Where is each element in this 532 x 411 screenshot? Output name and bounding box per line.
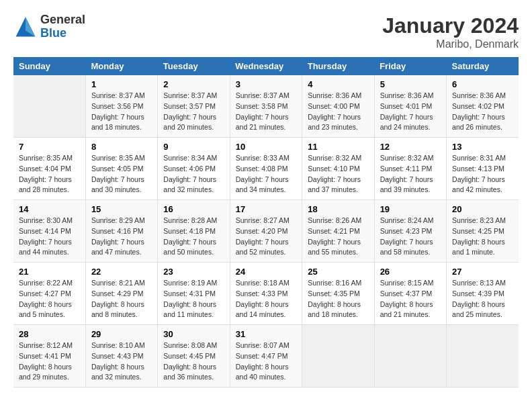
calendar-cell [374,325,446,387]
day-number: 20 [452,204,513,214]
cell-info: Sunrise: 8:15 AMSunset: 4:37 PMDaylight:… [380,278,441,320]
cell-info: Sunrise: 8:32 AMSunset: 4:10 PMDaylight:… [308,153,368,195]
header-day-tuesday: Tuesday [158,57,230,75]
cell-info: Sunrise: 8:27 AMSunset: 4:20 PMDaylight:… [236,216,296,258]
calendar-cell: 19Sunrise: 8:24 AMSunset: 4:23 PMDayligh… [374,200,446,263]
day-number: 2 [163,79,224,89]
cell-info: Sunrise: 8:07 AMSunset: 4:47 PMDaylight:… [236,340,296,383]
calendar-cell: 26Sunrise: 8:15 AMSunset: 4:37 PMDayligh… [374,263,446,325]
header-day-friday: Friday [374,57,446,75]
day-number: 17 [236,204,296,214]
day-number: 1 [91,79,152,89]
header-day-monday: Monday [85,57,157,75]
calendar-cell: 31Sunrise: 8:07 AMSunset: 4:47 PMDayligh… [230,325,302,387]
calendar-body: 1Sunrise: 8:37 AMSunset: 3:56 PMDaylight… [13,75,519,387]
calendar-cell: 13Sunrise: 8:31 AMSunset: 4:13 PMDayligh… [447,138,519,200]
day-number: 11 [308,142,368,152]
calendar-cell: 24Sunrise: 8:18 AMSunset: 4:33 PMDayligh… [230,263,302,325]
day-number: 31 [236,329,296,339]
week-row-2: 14Sunrise: 8:30 AMSunset: 4:14 PMDayligh… [13,200,519,263]
calendar-cell: 4Sunrise: 8:36 AMSunset: 4:00 PMDaylight… [302,75,374,138]
cell-info: Sunrise: 8:32 AMSunset: 4:11 PMDaylight:… [380,153,441,195]
calendar-cell: 28Sunrise: 8:12 AMSunset: 4:41 PMDayligh… [13,325,85,387]
day-number: 3 [236,79,296,89]
calendar-cell: 23Sunrise: 8:19 AMSunset: 4:31 PMDayligh… [158,263,230,325]
day-number: 23 [163,267,224,277]
header-day-wednesday: Wednesday [230,57,302,75]
week-row-4: 28Sunrise: 8:12 AMSunset: 4:41 PMDayligh… [13,325,519,387]
day-number: 30 [163,329,224,339]
calendar-cell: 21Sunrise: 8:22 AMSunset: 4:27 PMDayligh… [13,263,85,325]
calendar-cell: 14Sunrise: 8:30 AMSunset: 4:14 PMDayligh… [13,200,85,263]
day-number: 6 [452,79,513,89]
day-number: 19 [380,204,441,214]
cell-info: Sunrise: 8:37 AMSunset: 3:57 PMDaylight:… [163,91,224,133]
cell-info: Sunrise: 8:37 AMSunset: 3:56 PMDaylight:… [91,91,152,133]
cell-info: Sunrise: 8:33 AMSunset: 4:08 PMDaylight:… [236,153,296,195]
day-number: 24 [236,267,296,277]
header-row: SundayMondayTuesdayWednesdayThursdayFrid… [13,57,519,75]
cell-info: Sunrise: 8:28 AMSunset: 4:18 PMDaylight:… [163,216,224,258]
calendar-cell: 7Sunrise: 8:35 AMSunset: 4:04 PMDaylight… [13,138,85,200]
logo-icon [13,15,38,39]
day-number: 8 [91,142,152,152]
header-day-saturday: Saturday [447,57,519,75]
calendar-table: SundayMondayTuesdayWednesdayThursdayFrid… [13,57,519,387]
cell-info: Sunrise: 8:23 AMSunset: 4:25 PMDaylight:… [452,216,513,258]
cell-info: Sunrise: 8:16 AMSunset: 4:35 PMDaylight:… [308,278,368,320]
day-number: 4 [308,79,368,89]
day-number: 14 [19,204,80,214]
calendar-cell: 2Sunrise: 8:37 AMSunset: 3:57 PMDaylight… [158,75,230,138]
calendar-cell: 29Sunrise: 8:10 AMSunset: 4:43 PMDayligh… [85,325,157,387]
week-row-0: 1Sunrise: 8:37 AMSunset: 3:56 PMDaylight… [13,75,519,138]
month-title: January 2024 [382,13,519,38]
cell-info: Sunrise: 8:35 AMSunset: 4:04 PMDaylight:… [19,153,80,195]
cell-info: Sunrise: 8:36 AMSunset: 4:00 PMDaylight:… [308,91,368,133]
week-row-3: 21Sunrise: 8:22 AMSunset: 4:27 PMDayligh… [13,263,519,325]
calendar-cell: 15Sunrise: 8:29 AMSunset: 4:16 PMDayligh… [85,200,157,263]
cell-info: Sunrise: 8:08 AMSunset: 4:45 PMDaylight:… [163,340,224,383]
calendar-cell: 22Sunrise: 8:21 AMSunset: 4:29 PMDayligh… [85,263,157,325]
calendar-cell: 8Sunrise: 8:35 AMSunset: 4:05 PMDaylight… [85,138,157,200]
calendar-cell: 11Sunrise: 8:32 AMSunset: 4:10 PMDayligh… [302,138,374,200]
cell-info: Sunrise: 8:37 AMSunset: 3:58 PMDaylight:… [236,91,296,133]
calendar-cell: 27Sunrise: 8:13 AMSunset: 4:39 PMDayligh… [447,263,519,325]
week-row-1: 7Sunrise: 8:35 AMSunset: 4:04 PMDaylight… [13,138,519,200]
calendar-cell: 5Sunrise: 8:36 AMSunset: 4:01 PMDaylight… [374,75,446,138]
logo-blue: Blue [40,27,85,40]
cell-info: Sunrise: 8:34 AMSunset: 4:06 PMDaylight:… [163,153,224,195]
title-block: January 2024 Maribo, Denmark [382,13,519,50]
cell-info: Sunrise: 8:10 AMSunset: 4:43 PMDaylight:… [91,340,152,383]
cell-info: Sunrise: 8:21 AMSunset: 4:29 PMDaylight:… [91,278,152,320]
day-number: 28 [19,329,80,339]
calendar-cell: 17Sunrise: 8:27 AMSunset: 4:20 PMDayligh… [230,200,302,263]
calendar-cell: 25Sunrise: 8:16 AMSunset: 4:35 PMDayligh… [302,263,374,325]
cell-info: Sunrise: 8:24 AMSunset: 4:23 PMDaylight:… [380,216,441,258]
cell-info: Sunrise: 8:18 AMSunset: 4:33 PMDaylight:… [236,278,296,320]
calendar-cell: 10Sunrise: 8:33 AMSunset: 4:08 PMDayligh… [230,138,302,200]
calendar-cell: 9Sunrise: 8:34 AMSunset: 4:06 PMDaylight… [158,138,230,200]
day-number: 5 [380,79,441,89]
cell-info: Sunrise: 8:35 AMSunset: 4:05 PMDaylight:… [91,153,152,195]
day-number: 9 [163,142,224,152]
cell-info: Sunrise: 8:31 AMSunset: 4:13 PMDaylight:… [452,153,513,195]
calendar-cell [13,75,85,138]
logo: General Blue [13,13,85,40]
cell-info: Sunrise: 8:36 AMSunset: 4:02 PMDaylight:… [452,91,513,133]
day-number: 29 [91,329,152,339]
cell-info: Sunrise: 8:22 AMSunset: 4:27 PMDaylight:… [19,278,80,320]
day-number: 12 [380,142,441,152]
day-number: 13 [452,142,513,152]
day-number: 21 [19,267,80,277]
day-number: 10 [236,142,296,152]
cell-info: Sunrise: 8:26 AMSunset: 4:21 PMDaylight:… [308,216,368,258]
day-number: 22 [91,267,152,277]
calendar-cell: 1Sunrise: 8:37 AMSunset: 3:56 PMDaylight… [85,75,157,138]
calendar-cell [447,325,519,387]
cell-info: Sunrise: 8:13 AMSunset: 4:39 PMDaylight:… [452,278,513,320]
header-day-thursday: Thursday [302,57,374,75]
day-number: 16 [163,204,224,214]
calendar-cell: 18Sunrise: 8:26 AMSunset: 4:21 PMDayligh… [302,200,374,263]
calendar-cell: 3Sunrise: 8:37 AMSunset: 3:58 PMDaylight… [230,75,302,138]
calendar-cell [302,325,374,387]
